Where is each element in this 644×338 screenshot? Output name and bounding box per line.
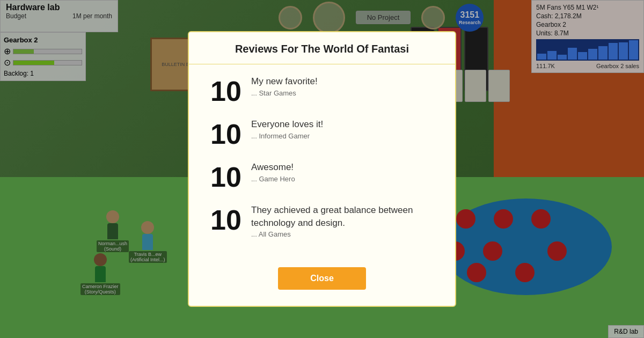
review-score-0: 10 [210, 75, 243, 105]
review-source-2: ... Game Hero [251, 175, 295, 183]
review-text-3: They achieved a great balance between te… [251, 204, 434, 230]
reviews-modal: Reviews For The World Of Fantasi 10My ne… [188, 31, 456, 307]
review-source-0: ... Star Games [251, 89, 318, 97]
review-item-0: 10My new favorite!... Star Games [210, 75, 434, 105]
review-content-3: They achieved a great balance between te… [251, 204, 434, 239]
review-item-1: 10Everyone loves it!... Informed Gamer [210, 118, 434, 148]
review-item-3: 10They achieved a great balance between … [210, 204, 434, 239]
review-item-2: 10Awesome!... Game Hero [210, 161, 434, 191]
review-source-3: ... All Games [251, 230, 434, 238]
close-button[interactable]: Close [278, 267, 366, 290]
review-source-1: ... Informed Gamer [251, 132, 323, 140]
review-text-1: Everyone loves it! [251, 118, 323, 131]
review-score-3: 10 [210, 204, 243, 234]
reviews-container: 10My new favorite!... Star Games10Everyo… [210, 75, 434, 239]
review-content-0: My new favorite!... Star Games [251, 75, 318, 97]
review-text-2: Awesome! [251, 161, 295, 174]
review-score-1: 10 [210, 118, 243, 148]
review-content-1: Everyone loves it!... Informed Gamer [251, 118, 323, 140]
modal-title: Reviews For The World Of Fantasi [189, 32, 455, 64]
modal-footer: Close [189, 262, 455, 290]
modal-overlay: Reviews For The World Of Fantasi 10My ne… [0, 0, 644, 338]
review-text-0: My new favorite! [251, 75, 318, 88]
review-content-2: Awesome!... Game Hero [251, 161, 295, 183]
modal-body: 10My new favorite!... Star Games10Everyo… [189, 64, 455, 262]
review-score-2: 10 [210, 161, 243, 191]
